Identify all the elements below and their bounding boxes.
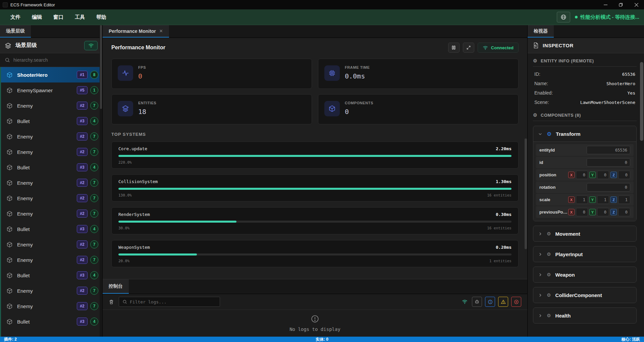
hierarchy-item[interactable]: Enemy #2 7 <box>1 237 102 252</box>
entity-component-count-badge: 7 <box>90 256 98 264</box>
entity-name: Bullet <box>17 165 30 170</box>
gear-icon: ⚙ <box>533 58 537 63</box>
axis-z-input[interactable]: 0 <box>618 171 630 179</box>
field-value: LawnMowerShooterScene <box>580 100 635 105</box>
menu-item[interactable]: 窗口 <box>48 11 69 23</box>
inspector-title: INSPECTOR <box>543 43 574 48</box>
axis-y-badge: Y <box>589 172 596 178</box>
entity-order-badge: #2 <box>77 102 88 110</box>
field-label: Name: <box>534 81 548 86</box>
tab-close-icon[interactable]: ✕ <box>159 28 163 34</box>
filter-logs-input[interactable]: Filter logs... <box>119 297 220 307</box>
hierarchy-item[interactable]: Enemy #2 7 <box>1 206 102 221</box>
system-name: WeaponSystem <box>118 245 150 250</box>
entity-name: Enemy <box>17 303 33 309</box>
axis-x-input[interactable]: 0 <box>576 208 588 216</box>
chevron-right-icon <box>538 232 542 236</box>
tab-console[interactable]: 控制台 <box>103 279 129 294</box>
axis-z-badge: Z <box>610 196 617 203</box>
system-time: 0.20ms <box>496 245 512 250</box>
entity-order-badge: #3 <box>77 225 88 233</box>
hierarchy-item[interactable]: Bullet #3 4 <box>1 221 102 237</box>
inspector-scrollbar[interactable] <box>640 62 643 141</box>
property-number-input[interactable]: 0 <box>587 158 630 167</box>
clear-logs-button[interactable] <box>109 299 114 305</box>
main-scrollbar[interactable] <box>525 138 527 249</box>
axis-z-input[interactable]: 0 <box>618 208 630 216</box>
axis-x-input[interactable]: 0 <box>576 171 588 179</box>
hierarchy-item[interactable]: EnemySpawner #5 1 <box>1 82 102 98</box>
remote-logs-wifi-icon[interactable] <box>462 299 468 304</box>
entity-name: Enemy <box>17 257 33 263</box>
log-filter-warning-button[interactable] <box>498 297 508 307</box>
hierarchy-item[interactable]: Enemy #2 7 <box>1 190 102 206</box>
axis-y-input[interactable]: 0 <box>597 208 609 216</box>
component-header[interactable]: ⚙ ColliderComponent <box>533 287 636 303</box>
hierarchy-item[interactable]: Bullet #3 4 <box>1 268 102 283</box>
hierarchy-item[interactable]: Enemy #2 7 <box>1 98 102 113</box>
stat-label: FPS <box>138 65 146 69</box>
hierarchy-item[interactable]: Bullet #3 4 <box>1 314 102 329</box>
inspector-body: ⚙ ENTITY INFO (REMOTE) ID: 65536 Name: S… <box>528 53 644 337</box>
system-name: Core.update <box>118 146 147 151</box>
info-icon <box>488 299 493 304</box>
tab-performance-monitor[interactable]: Performance Monitor ✕ <box>103 25 169 38</box>
system-progress-track <box>118 188 512 190</box>
globe-button[interactable] <box>557 12 570 22</box>
log-filter-info-button[interactable] <box>485 297 495 307</box>
property-row: entityId 65536 <box>536 144 634 156</box>
property-number-input[interactable]: 0 <box>587 183 630 191</box>
menu-item[interactable]: 帮助 <box>91 11 112 23</box>
menu-item[interactable]: 文件 <box>5 11 26 23</box>
property-row: id 0 <box>536 157 634 168</box>
empty-logs-message: No logs to display <box>289 327 340 332</box>
property-number-input[interactable]: 65536 <box>587 146 630 154</box>
chip-icon <box>324 65 340 81</box>
system-percent: 20.0% <box>118 259 129 263</box>
hierarchy-item[interactable]: Enemy #2 7 <box>1 283 102 298</box>
component-gear-icon: ⚙ <box>547 292 551 298</box>
hierarchy-item[interactable]: Enemy #2 7 <box>1 298 102 314</box>
hierarchy-scrollbar[interactable] <box>100 25 102 337</box>
cube-icon <box>6 319 13 325</box>
hierarchy-connection-button[interactable] <box>84 41 98 50</box>
tab-inspector[interactable]: 检视器 <box>528 25 554 38</box>
entity-component-count-badge: 7 <box>90 148 98 156</box>
minimize-button[interactable] <box>598 0 613 9</box>
component-header[interactable]: ⚙ Movement <box>533 226 636 241</box>
menu-item[interactable]: 编辑 <box>26 11 48 23</box>
axis-y-input[interactable]: 1 <box>597 195 609 204</box>
maximize-button[interactable] <box>613 0 629 9</box>
hierarchy-search-input[interactable]: hierarchy.search <box>0 53 102 67</box>
menu-item[interactable]: 工具 <box>69 11 91 23</box>
component-gear-icon: ⚙ <box>547 272 551 277</box>
hierarchy-item[interactable]: ShooterHero #1 8 <box>0 67 102 82</box>
log-filter-error-button[interactable] <box>511 297 521 307</box>
expand-button[interactable] <box>463 43 474 53</box>
hierarchy-item[interactable]: Enemy #2 7 <box>1 144 102 160</box>
system-card: Core.update 2.20ms 220.0% <box>111 141 519 169</box>
axis-y-input[interactable]: 0 <box>597 171 609 179</box>
tab-scene-hierarchy[interactable]: 场景层级 <box>0 25 31 38</box>
wifi-icon <box>483 46 488 50</box>
pause-button[interactable] <box>448 43 460 53</box>
component-header-transform[interactable]: ⚙ Transform <box>533 126 636 141</box>
component-header[interactable]: ⚙ Health <box>533 308 636 323</box>
component-header[interactable]: ⚙ Weapon <box>533 267 636 282</box>
hierarchy-item[interactable]: Enemy #2 7 <box>1 129 102 144</box>
system-progress-fill <box>118 253 197 255</box>
axis-x-input[interactable]: 1 <box>576 195 588 204</box>
hierarchy-item[interactable]: Enemy #2 7 <box>1 175 102 190</box>
hierarchy-item[interactable]: Bullet #3 4 <box>1 113 102 129</box>
close-button[interactable] <box>629 0 644 9</box>
status-dot-icon <box>575 16 578 18</box>
chevron-right-icon <box>538 252 542 256</box>
property-row: previousPositi... X 0 Y 0 Z 0 <box>536 206 634 218</box>
axis-z-badge: Z <box>610 209 617 215</box>
hierarchy-item[interactable]: Bullet #3 4 <box>1 160 102 175</box>
component-header[interactable]: ⚙ PlayerInput <box>533 246 636 262</box>
axis-z-input[interactable]: 1 <box>618 195 630 204</box>
layers-icon <box>118 101 133 116</box>
hierarchy-item[interactable]: Enemy #2 7 <box>1 252 102 268</box>
log-filter-debug-button[interactable] <box>472 297 482 307</box>
